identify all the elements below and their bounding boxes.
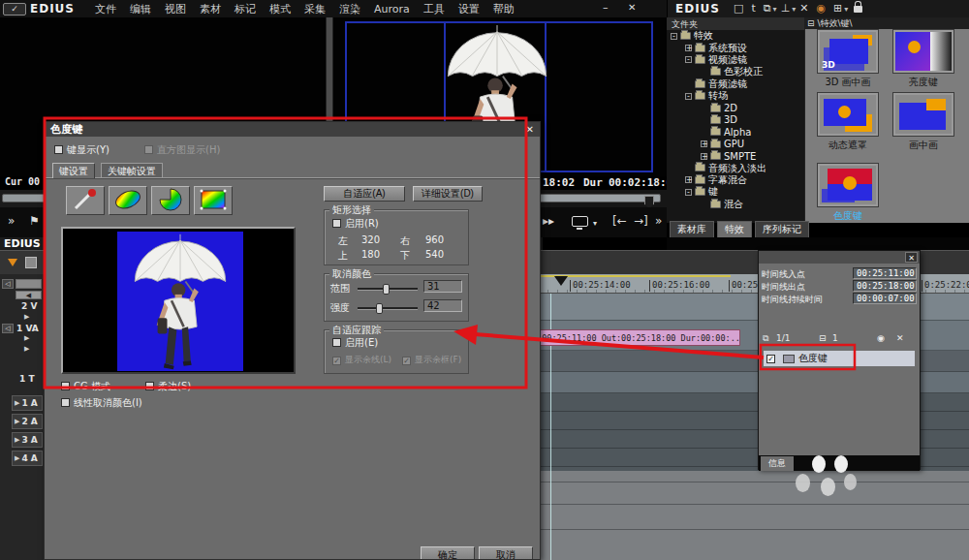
mark-out-icon[interactable]: →] [634,214,648,228]
speaker-icon[interactable]: ◁ [2,324,14,333]
more-controls-icon[interactable]: » [655,214,662,228]
tab-sequence-marks[interactable]: 序列标记 [755,221,809,237]
track-header-2v[interactable]: 2 V [21,301,37,311]
marker-icon[interactable] [8,259,17,266]
monitor-mode-icon[interactable] [572,216,588,227]
info-titlebar[interactable]: ✕ [759,251,920,264]
tree-expander-icon[interactable]: + [701,153,707,160]
linear-cancel-row[interactable]: 线性取消颜色(I) [61,396,142,410]
effect-tile-chroma-key[interactable] [817,163,879,207]
link-icon[interactable]: ◉ [877,333,885,343]
marker-flag-icon[interactable]: ⚑ [29,214,40,228]
tab-effects[interactable]: 特效 [717,221,752,237]
eyedropper-tool-button[interactable] [66,186,105,215]
track-header-1t[interactable]: 1 T [19,374,35,384]
soft-edge-row[interactable]: 柔边(S) [145,380,191,393]
chevron-down-icon[interactable]: ▾ [593,219,597,228]
track-expand-icon[interactable]: ▶ [24,345,29,353]
clip-icon[interactable]: ⊟ [819,333,827,343]
strength-slider[interactable] [358,307,418,310]
track-header-3a[interactable]: ▶3 A [12,432,43,448]
chevron-down-icon[interactable]: ▾ [844,5,848,14]
play-fast-icon[interactable]: ▸▸ [543,214,554,228]
tree-item-title-mixer[interactable]: +字幕混合 [667,174,804,186]
tree-item-system-presets[interactable]: +系统预设 [667,42,804,53]
soft-edge-checkbox[interactable] [145,382,154,390]
track-header-1va[interactable]: 1 VA [16,324,39,333]
remove-effect-icon[interactable]: ✕ [896,333,904,343]
menu-settings[interactable]: 设置 [458,2,480,16]
speaker-icon[interactable]: ◁ [2,279,14,289]
layers-icon[interactable]: ⧉ [763,333,768,344]
tree-expander-icon[interactable]: + [685,45,692,51]
range-slider[interactable] [358,288,418,291]
layers-icon[interactable]: ⧉ [764,1,771,16]
lock-icon[interactable] [854,6,862,13]
applied-effect-label[interactable]: 色度键 [798,352,828,365]
tab-bin[interactable]: 素材库 [670,221,714,237]
dialog-titlebar[interactable]: 色度键 ✕ [45,122,540,137]
auto-fit-button[interactable]: 自适应(A) [324,186,405,202]
chevron-down-icon[interactable]: ▾ [773,5,777,14]
cg-mode-row[interactable]: CG 模式 [61,380,110,393]
menu-aurora[interactable]: Aurora [374,3,410,16]
applied-effect-row[interactable]: ✓ 色度键 [764,351,915,366]
rect-enable-checkbox[interactable] [332,219,341,228]
effect-tile-dynamic-mask[interactable] [817,92,879,137]
key-display-checkbox-row[interactable]: 键显示(Y) [54,143,109,157]
tree-item-video-filters[interactable]: -视频滤镜 [667,54,804,66]
minimize-icon[interactable]: – [603,1,609,14]
adaptive-enable-row[interactable]: 启用(E) [332,336,378,350]
track-header-1a[interactable]: ▶1 A [12,395,43,411]
tree-item-color-correction[interactable]: 色彩校正 [667,66,804,78]
tree-item-transitions[interactable]: -转场 [667,90,804,102]
key-display-checkbox[interactable] [54,145,63,154]
menu-render[interactable]: 渲染 [339,2,360,16]
strength-value-field[interactable]: 42 [423,299,462,312]
effect-enabled-checkbox[interactable]: ✓ [766,355,775,363]
effect-tile-luminance-key[interactable] [892,29,954,74]
effect-tile-3d-pip[interactable]: 3D [817,29,879,74]
tree-item-3d[interactable]: 3D [667,114,804,126]
effect-label-3d-pip[interactable]: 3D 画中画 [810,76,886,89]
range-slider-handle[interactable] [383,284,390,295]
tree-item-effects[interactable]: -特效 [667,30,804,42]
range-value-field[interactable]: 31 [423,280,462,293]
close-icon[interactable]: ✕ [905,252,918,263]
collapse-tracks-button[interactable]: ◀ [16,291,42,299]
tree-expander-icon[interactable]: - [685,56,692,63]
effect-tile-pip[interactable] [892,92,954,137]
folder-icon[interactable]: □ [734,1,743,16]
tree-item-key[interactable]: -键 [667,186,804,198]
detail-settings-button[interactable]: 详细设置(D) [413,186,483,202]
effect-label-chroma-key[interactable]: 色度键 [810,209,886,223]
linear-cancel-checkbox[interactable] [61,398,70,407]
menu-view[interactable]: 视图 [165,2,186,16]
tree-item-audio-fade[interactable]: 音频淡入淡出 [667,162,804,173]
menu-clip[interactable]: 素材 [200,2,221,16]
tree-expander-icon[interactable]: - [671,33,677,40]
chevron-down-icon[interactable]: ▾ [792,5,796,14]
cg-mode-checkbox[interactable] [61,382,70,390]
color-rect-tool-button[interactable] [194,186,233,215]
color-pie-tool-button[interactable] [151,186,190,215]
menu-tools[interactable]: 工具 [423,2,445,16]
edit-tool-icon[interactable] [25,257,37,268]
tree-item-audio-filters[interactable]: 音频滤镜 [667,78,804,90]
expand-controls-icon[interactable]: » [8,214,15,228]
tree-item-smpte[interactable]: +SMPTE [667,150,804,162]
menu-edit[interactable]: 编辑 [130,2,151,16]
tree-item-2d[interactable]: 2D [667,102,804,113]
layout-grid-icon[interactable]: ⊞ [833,1,842,16]
menu-help[interactable]: 帮助 [493,2,515,16]
tree-item-alpha[interactable]: Alpha [667,126,804,138]
marker-tool-icon[interactable]: ⊥ [781,1,791,16]
color-ellipse-tool-button[interactable] [109,186,147,215]
text-tool-icon[interactable]: t [751,1,755,16]
tree-expander-icon[interactable]: - [685,189,692,196]
effect-label-dynamic-mask[interactable]: 动态遮罩 [810,139,886,152]
ok-button[interactable]: 确定 [421,546,475,560]
tab-key-settings[interactable]: 键设置 [52,163,95,178]
panel-collapse-icon[interactable]: ⊟ [807,18,815,28]
clip-drag-tooltip[interactable]: n:00:25:11:00 Out:00:25:18:00 Dur:00:00:… [529,329,740,346]
